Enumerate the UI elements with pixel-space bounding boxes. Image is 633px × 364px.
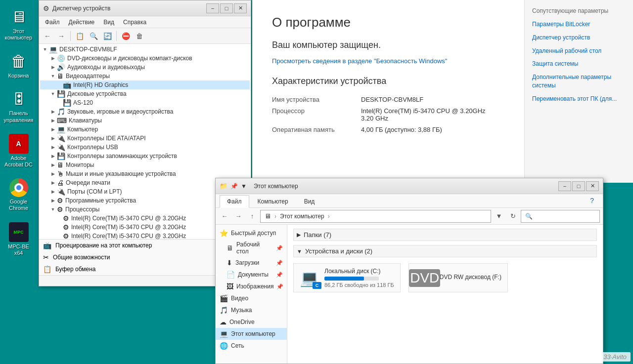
music-nav-icon: 🎵	[220, 306, 228, 314]
tree-mice[interactable]: ▶ 🖱 Мыши и иные указывающие устройства	[40, 169, 250, 178]
nav-back-button[interactable]: ←	[219, 210, 230, 222]
tree-monitors[interactable]: ▶ 🖥 Мониторы	[40, 161, 250, 169]
nav-onedrive[interactable]: ☁ OneDrive	[216, 316, 287, 328]
desktop-icon-computer[interactable]: 🖥 Этот компьютер	[1, 5, 36, 43]
explorer-titlebar: 📁 📌 ▼ Этот компьютер − □ ✕	[216, 178, 603, 194]
folders-section-header[interactable]: ▶ Папки (7)	[293, 229, 597, 241]
toolbar-back[interactable]: ←	[41, 30, 54, 42]
nav-pictures[interactable]: 🖼 Изображения 📌	[216, 281, 287, 292]
tree-intel-hd[interactable]: 📺 Intel(R) HD Graphics	[40, 81, 250, 89]
nav-up-button[interactable]: ↑	[246, 210, 258, 222]
tree-sound[interactable]: ▶ 🎵 Звуковые, игровые и видеоустройства	[40, 107, 250, 116]
tree-storage[interactable]: ▶ 💾 Контроллеры запоминающих устройств	[40, 152, 250, 161]
keyboards-expand-icon: ▶	[49, 117, 57, 124]
related-link-rename-pc[interactable]: Переименовать этот ПК (для...	[532, 95, 626, 103]
related-link-bitlocker[interactable]: Параметры BitLocker	[532, 20, 626, 29]
tree-storage-label: Контроллеры запоминающих устройств	[67, 153, 177, 160]
toolbar-disable[interactable]: ⛔	[119, 30, 132, 42]
explorer-main: ▶ Папки (7) ▼ Устройства и диски (2) 💻 C	[287, 225, 603, 364]
address-path[interactable]: 🖥 › Этот компьютер ›	[260, 210, 491, 223]
watermark: 33·Avito	[599, 352, 631, 362]
explorer-tab-view[interactable]: Вид	[297, 195, 322, 207]
toolbar-uninstall[interactable]: 🗑	[133, 30, 146, 42]
tree-video[interactable]: ▼ 🖥 Видеоадаптеры	[40, 72, 250, 81]
address-separator: ›	[274, 213, 276, 220]
print-expand-icon: ▶	[49, 179, 57, 187]
related-link-system-protect[interactable]: Защита системы	[532, 60, 626, 68]
nav-music[interactable]: 🎵 Музыка	[216, 304, 287, 316]
tree-root[interactable]: ▼ 💻 DESKTOP-CBVM8LF	[40, 45, 250, 54]
menu-file[interactable]: Файл	[41, 18, 64, 27]
protection-link[interactable]: Просмотреть сведения в разделе "Безопасн…	[272, 57, 447, 65]
tree-sound-label: Звуковые, игровые и видеоустройства	[67, 108, 173, 115]
explorer-minimize-button[interactable]: −	[558, 181, 571, 191]
desktop-icon-mpc[interactable]: MPC MPC-BE x64	[1, 220, 36, 258]
devices-section-header[interactable]: ▼ Устройства и диски (2)	[293, 245, 597, 257]
desktop-icon-trash[interactable]: 🗑 Корзина	[1, 49, 36, 81]
tree-disk[interactable]: ▼ 💾 Дисковые устройства	[40, 89, 250, 98]
processors-icon: ⚙	[57, 205, 63, 213]
minimize-button[interactable]: −	[206, 3, 219, 13]
explorer-tab-computer[interactable]: Компьютер	[250, 195, 296, 207]
nav-video[interactable]: 🎬 Видео	[216, 292, 287, 304]
explorer-tab-file[interactable]: Файл	[220, 195, 249, 208]
tree-monitors-label: Мониторы	[66, 162, 94, 168]
tree-usb[interactable]: ▶ 🔌 Контроллеры USB	[40, 143, 250, 152]
tree-audio[interactable]: ▶ 🔊 Аудиовходы и аудиовыходы	[40, 63, 250, 72]
usb-expand-icon: ▶	[49, 143, 57, 151]
tree-keyboards[interactable]: ▶ ⌨ Клавиатуры	[40, 116, 250, 125]
devices-chevron-icon: ▼	[297, 248, 302, 254]
tree-print-label: Очереди печати	[66, 179, 110, 186]
toolbar-scan[interactable]: 🔍	[87, 30, 100, 42]
explorer-close-button[interactable]: ✕	[586, 181, 599, 191]
tree-dvd[interactable]: ▶ 💿 DVD-дисководы и дисководы компакт-ди…	[40, 54, 250, 63]
related-link-device-manager[interactable]: Диспетчер устройств	[532, 34, 626, 42]
nav-downloads[interactable]: ⬇ Загрузки 📌	[216, 257, 287, 269]
close-button[interactable]: ✕	[234, 3, 247, 13]
explorer-arrow-icon: ▼	[241, 183, 247, 190]
toolbar-properties[interactable]: 📋	[73, 30, 86, 42]
explorer-maximize-button[interactable]: □	[572, 181, 585, 191]
keyboards-icon: ⌨	[57, 117, 67, 124]
nav-this-computer[interactable]: 💻 Этот компьютер	[216, 328, 287, 340]
monitors-icon: 🖥	[57, 161, 64, 169]
desktop-icon-control-panel[interactable]: 🎛 Панель управления	[1, 87, 36, 125]
nav-dropdown-button[interactable]: ▼	[493, 210, 505, 222]
toolbar-update[interactable]: 🔄	[101, 30, 114, 42]
toolbar-forward[interactable]: →	[55, 30, 68, 42]
desktop-icon-adobe[interactable]: A Adobe Acrobat DC	[1, 132, 36, 170]
tree-computer[interactable]: ▶ 💻 Компьютер	[40, 125, 250, 134]
desktop-icon-chrome[interactable]: Google Chrome	[1, 176, 36, 213]
related-link-remote-desktop[interactable]: Удаленный рабочий стол	[532, 47, 626, 55]
cpu0-icon: ⚙	[63, 214, 69, 222]
explorer-address-bar: ← → ↑ 🖥 › Этот компьютер › ▼ ↻ 🔍	[216, 208, 603, 225]
nav-refresh-button[interactable]: ↻	[507, 210, 519, 222]
device-card-f[interactable]: DVD DVD RW дисковод (F:)	[408, 263, 508, 292]
tree-as120[interactable]: 💾 AS-120	[40, 98, 250, 107]
local-disk-info: Локальный диск (C:) 86,2 ГБ свободно из …	[324, 268, 394, 288]
dvd-drive-info: DVD RW дисковод (F:)	[440, 274, 501, 283]
common-label: Общие возможности	[53, 254, 110, 261]
nav-forward-button[interactable]: →	[232, 210, 244, 222]
titlebar-icon: ⚙	[43, 4, 49, 12]
related-link-advanced-params[interactable]: Дополнительные параметры системы	[532, 73, 626, 90]
tree-disk-label: Дисковые устройства	[67, 90, 127, 97]
audio-expand-icon: ▶	[49, 63, 57, 71]
device-card-c[interactable]: 💻 C Локальный диск (C:) 86,2 ГБ свободно…	[293, 263, 401, 292]
menu-view[interactable]: Вид	[99, 18, 118, 27]
tree-keyboards-label: Клавиатуры	[69, 117, 102, 124]
tree-ide[interactable]: ▶ 🔌 Контроллеры IDE ATA/ATAPI	[40, 134, 250, 143]
video-icon: 🖥	[57, 72, 64, 80]
menu-action[interactable]: Действие	[65, 18, 99, 27]
toolbar-separator-1	[70, 31, 71, 41]
nav-network[interactable]: 🌐 Сеть	[216, 340, 287, 352]
nav-documents[interactable]: 📄 Документы 📌	[216, 269, 287, 281]
desktop-nav-icon: 🖥	[226, 244, 233, 252]
maximize-button[interactable]: □	[220, 3, 233, 13]
menu-help[interactable]: Справка	[119, 18, 150, 27]
address-label: Этот компьютер	[280, 213, 324, 220]
nav-desktop[interactable]: 🖥 Рабочий стол 📌	[216, 239, 287, 257]
tree-video-label: Видеоадаптеры	[66, 73, 110, 80]
explorer-help-button[interactable]: ?	[585, 194, 599, 207]
nav-quick-access[interactable]: ⭐ Быстрый доступ	[216, 227, 287, 239]
